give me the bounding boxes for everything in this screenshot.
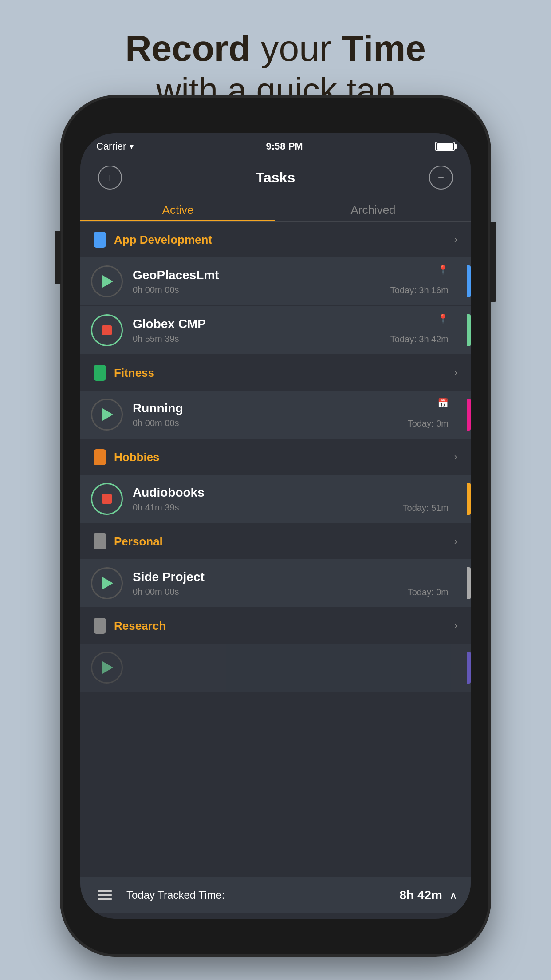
play-button-partial[interactable] (91, 652, 123, 684)
layers-icon (96, 886, 114, 904)
task-item-geoplaces: GeoPlacesLmt 0h 00m 00s 📍 Today: 3h 16m (80, 257, 471, 305)
status-bar: Carrier ▾ 9:58 PM (80, 133, 471, 160)
play-icon-geoplaces (102, 275, 113, 288)
category-label-hobbies: Hobbies (114, 450, 454, 464)
today-tracked-time: 8h 42m (400, 888, 443, 902)
task-name-running: Running (133, 401, 467, 415)
svg-rect-1 (98, 894, 112, 896)
bottom-bar: Today Tracked Time: 8h 42m ∧ (80, 877, 471, 913)
header-bold-time: Time (342, 28, 426, 68)
bottom-chevron-up-icon[interactable]: ∧ (449, 889, 457, 901)
color-bar-audiobooks (467, 483, 471, 515)
task-item-globex: Globex CMP 0h 55m 39s 📍 Today: 3h 42m (80, 306, 471, 354)
color-bar-partial (467, 652, 471, 684)
calendar-icon-running: 📅 (437, 398, 449, 408)
add-icon: + (438, 171, 444, 184)
category-icon-research (94, 618, 106, 634)
add-button[interactable]: + (429, 166, 453, 190)
nav-bar: i Tasks + (80, 160, 471, 195)
category-personal[interactable]: Personal › (80, 524, 471, 559)
info-icon: i (109, 171, 111, 184)
task-name-side-project: Side Project (133, 570, 467, 584)
stop-button-globex[interactable] (91, 314, 123, 346)
task-item-partial (80, 644, 471, 692)
category-app-development[interactable]: App Development › (80, 222, 471, 257)
color-bar-running (467, 399, 471, 431)
stop-icon-audiobooks (102, 494, 112, 504)
category-fitness[interactable]: Fitness › (80, 355, 471, 391)
category-icon-hobbies (94, 449, 106, 465)
chevron-right-icon-hobbies: › (454, 451, 457, 463)
svg-rect-0 (98, 890, 112, 892)
pin-icon-geoplaces: 📍 (437, 265, 449, 275)
pin-icon-globex: 📍 (437, 313, 449, 324)
header-bold-record: Record (125, 28, 251, 68)
category-label-app-development: App Development (114, 233, 454, 247)
phone-shell: Carrier ▾ 9:58 PM i Tasks + Active (63, 98, 488, 954)
chevron-right-icon-fitness: › (454, 367, 457, 379)
task-today-audiobooks: Today: 51m (403, 503, 449, 513)
play-icon-side-project (102, 577, 113, 589)
task-name-audiobooks: Audiobooks (133, 486, 467, 500)
category-label-fitness: Fitness (114, 366, 454, 380)
tab-active-indicator (80, 220, 276, 221)
today-tracked-label: Today Tracked Time: (126, 889, 400, 901)
task-list: App Development › GeoPlacesLmt 0h 00m 00… (80, 222, 471, 877)
header-normal-your: your (251, 28, 342, 68)
color-bar-side-project (467, 567, 471, 599)
color-bar-globex (467, 314, 471, 346)
wifi-icon: ▾ (130, 142, 134, 151)
chevron-right-icon-personal: › (454, 536, 457, 547)
category-label-research: Research (114, 619, 454, 633)
category-icon-fitness (94, 365, 106, 381)
task-today-side-project: Today: 0m (408, 587, 449, 597)
category-research[interactable]: Research › (80, 608, 471, 644)
color-bar-geoplaces (467, 265, 471, 297)
info-button[interactable]: i (98, 166, 122, 190)
task-name-globex: Globex CMP (133, 317, 467, 331)
play-button-side-project[interactable] (91, 567, 123, 599)
tab-archived[interactable]: Archived (276, 195, 471, 221)
chevron-right-icon-research: › (454, 620, 457, 632)
task-today-geoplaces: Today: 3h 16m (390, 285, 449, 296)
task-item-running: Running 0h 00m 00s 📅 Today: 0m (80, 391, 471, 439)
carrier-label: Carrier ▾ (96, 141, 134, 152)
task-item-side-project: Side Project 0h 00m 00s Today: 0m (80, 559, 471, 607)
phone-screen: Carrier ▾ 9:58 PM i Tasks + Active (80, 133, 471, 919)
chevron-right-icon: › (454, 234, 457, 245)
battery-icon (435, 142, 455, 151)
battery-fill (437, 143, 453, 150)
tab-active-label: Active (162, 203, 194, 217)
svg-rect-2 (98, 898, 112, 900)
status-time: 9:58 PM (266, 141, 303, 152)
bottom-icon (94, 884, 116, 906)
tab-active[interactable]: Active (80, 195, 276, 221)
stop-icon-globex (102, 325, 112, 335)
play-button-running[interactable] (91, 399, 123, 431)
category-icon-personal (94, 533, 106, 549)
task-info-partial (133, 666, 467, 669)
category-icon-app-development (94, 232, 106, 248)
category-label-personal: Personal (114, 535, 454, 549)
play-icon-partial (102, 661, 113, 674)
task-today-globex: Today: 3h 42m (390, 334, 449, 344)
task-today-running: Today: 0m (408, 419, 449, 429)
tab-archived-label: Archived (350, 203, 395, 217)
task-item-audiobooks: Audiobooks 0h 41m 39s Today: 51m (80, 475, 471, 523)
category-hobbies[interactable]: Hobbies › (80, 439, 471, 475)
task-name-geoplaces: GeoPlacesLmt (133, 268, 467, 282)
nav-title: Tasks (256, 170, 295, 186)
tab-bar: Active Archived (80, 195, 471, 222)
play-button-geoplaces[interactable] (91, 265, 123, 297)
stop-button-audiobooks[interactable] (91, 483, 123, 515)
play-icon-running (102, 408, 113, 421)
